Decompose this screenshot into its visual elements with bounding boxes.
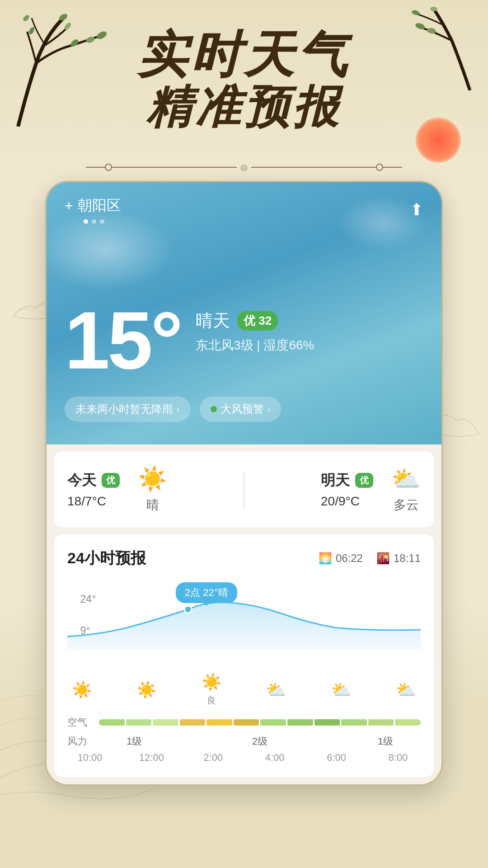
tomorrow-condition: 多云 — [394, 496, 419, 514]
sunset-value: 18:11 — [394, 552, 421, 565]
hourly-section: 24小时预报 🌅 06:22 🌇 18:11 2点 22°晴 — [54, 534, 434, 777]
today-forecast: 今天 优 18/7°C ☀️ 晴 — [67, 465, 167, 514]
svg-text:9°: 9° — [80, 625, 90, 637]
aqi-badge: 优 32 — [237, 311, 278, 330]
tomorrow-forecast: 明天 优 20/9°C ⛅ 多云 — [321, 465, 421, 514]
share-icon[interactable]: ⬆ — [410, 200, 423, 219]
seg1 — [99, 719, 125, 726]
wind-val-1: 1级 — [127, 735, 142, 748]
weather-desc-row: 晴天 优 32 — [196, 309, 314, 332]
dot-1 — [92, 219, 96, 224]
wind-label: 风力 — [67, 735, 99, 748]
seg3 — [153, 719, 178, 726]
sunset-time: 🌇 18:11 — [376, 552, 421, 565]
chevron-right-icon: › — [177, 404, 180, 415]
wind-val-3: 2级 — [252, 735, 267, 748]
chart-tooltip: 2点 22°晴 — [176, 582, 237, 603]
weather-info-section: 晴天 优 32 东北风3级 | 湿度66% — [196, 309, 314, 354]
icon-2: ☀️ — [202, 673, 222, 692]
svg-point-11 — [184, 606, 191, 613]
hero-line1: 实时天气 — [0, 27, 488, 82]
air-quality-row: 空气 — [67, 716, 421, 729]
seg8 — [287, 719, 313, 726]
air-quality-label: 空气 — [67, 716, 99, 729]
hour-2: 2:00 — [195, 752, 231, 764]
hour-icon-8: ⛅ — [396, 680, 416, 699]
hour-icon-2: ☀️ 良 — [202, 673, 222, 707]
icon-8: ⛅ — [396, 680, 416, 699]
seg11 — [368, 719, 394, 726]
quality-2: 良 — [207, 694, 216, 707]
tomorrow-temp: 20/9°C — [321, 494, 373, 509]
sunrise-time: 🌅 06:22 — [319, 552, 363, 565]
today-icon: ☀️ — [138, 465, 167, 493]
hour-icon-12: ☀️ — [136, 680, 157, 699]
seg7 — [260, 719, 286, 726]
seg5 — [206, 719, 232, 726]
wind-val-5: 1级 — [378, 735, 393, 748]
hour-icon-10: ☀️ — [72, 680, 92, 699]
tomorrow-icon: ⛅ — [391, 465, 421, 493]
location-row: + 朝阳区 — [65, 196, 121, 224]
hour-icon-4: ⛅ — [266, 680, 286, 699]
seg9 — [314, 719, 340, 726]
today-label: 今天 — [67, 471, 96, 491]
svg-point-5 — [22, 14, 30, 22]
daily-forecast: 今天 优 18/7°C ☀️ 晴 明天 优 20/9°C ⛅ — [54, 452, 434, 527]
icon-12: ☀️ — [136, 680, 157, 699]
add-location-icon[interactable]: + — [65, 198, 73, 214]
tooltip-text: 2点 22°晴 — [185, 587, 228, 598]
location-section[interactable]: + 朝阳区 — [65, 196, 121, 216]
sun-times: 🌅 06:22 🌇 18:11 — [319, 552, 421, 565]
hour-6: 6:00 — [319, 752, 355, 764]
seg12 — [395, 719, 421, 726]
icon-4: ⛅ — [266, 680, 286, 699]
svg-text:24°: 24° — [80, 593, 96, 605]
chart-svg: 24° 9° — [67, 582, 421, 650]
wind-alert-button[interactable]: 大风预警 › — [200, 396, 282, 422]
icon-10: ☀️ — [72, 680, 92, 699]
hourly-header: 24小时预报 🌅 06:22 🌇 18:11 — [67, 548, 421, 569]
seg10 — [341, 719, 367, 726]
hourly-title: 24小时预报 — [67, 548, 146, 569]
day-divider — [244, 472, 244, 508]
sunrise-value: 06:22 — [336, 552, 363, 565]
seg2 — [126, 719, 152, 726]
hourly-icons-row: ☀️ ☀️ ☀️ 良 ⛅ ⛅ ⛅ — [67, 673, 421, 707]
hour-10: 10:00 — [72, 752, 108, 764]
hour-8: 8:00 — [380, 752, 416, 764]
green-dot-icon — [211, 406, 217, 412]
divider-line — [86, 163, 402, 172]
today-aqi: 优 — [102, 473, 120, 488]
weather-details: 东北风3级 | 湿度66% — [196, 337, 314, 354]
app-card: + 朝阳区 ⬆ 15° 晴天 优 32 东北风3级 — [45, 181, 443, 786]
tomorrow-aqi: 优 — [355, 473, 373, 488]
wind-values: 1级 2级 1级 — [99, 735, 421, 748]
sunset-icon: 🌇 — [376, 552, 390, 565]
rain-alert-button[interactable]: 未来两小时暂无降雨 › — [65, 396, 191, 422]
today-condition: 晴 — [146, 496, 159, 514]
chevron-right-icon-2: › — [267, 404, 271, 415]
page-dots — [84, 219, 121, 224]
hours-row: 10:00 12:00 2:00 4:00 6:00 8:00 — [67, 752, 421, 764]
separator: | — [257, 338, 263, 352]
sunrise-icon: 🌅 — [319, 552, 332, 565]
temperature-section: 15° — [65, 300, 181, 381]
seg4 — [180, 719, 206, 726]
air-quality-bar — [99, 719, 421, 726]
tooltip-arrow — [203, 602, 210, 606]
hero-title: 实时天气 精准预报 — [0, 27, 488, 132]
weather-header: + 朝阳区 ⬆ — [47, 182, 441, 224]
today-temp: 18/7°C — [67, 494, 120, 509]
weather-main-section: + 朝阳区 ⬆ 15° 晴天 优 32 东北风3级 — [47, 182, 441, 444]
location-name: 朝阳区 — [78, 196, 121, 216]
icon-6: ⛅ — [331, 680, 352, 699]
temperature-chart: 2点 22°晴 24° 9° — [67, 582, 421, 664]
wind-info: 东北风3级 — [196, 338, 253, 352]
wind-alert-text: 大风预警 — [221, 402, 264, 416]
hero-line2: 精准预报 — [0, 82, 488, 132]
wind-row: 风力 1级 2级 1级 — [67, 735, 421, 748]
hour-12: 12:00 — [133, 752, 169, 764]
humidity-info: 湿度66% — [263, 338, 314, 352]
hour-icon-6: ⛅ — [331, 680, 352, 699]
